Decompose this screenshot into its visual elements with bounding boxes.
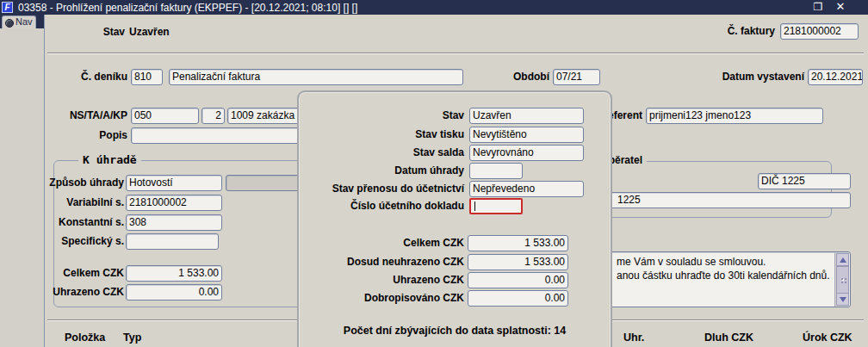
note-line-2: anou částku uhraďte do 30ti kalendářních… — [617, 269, 830, 282]
text-caret — [474, 201, 475, 211]
dialog-dobropisovano-label: Dobropisováno CZK — [301, 290, 464, 307]
c-faktury-label: Č. faktury — [680, 23, 775, 40]
variabilni-field[interactable]: 2181000002 — [126, 195, 222, 211]
note-line-1: me Vám v souladu se smlouvou. — [617, 255, 830, 269]
window-title: 03358 - Prohlížení penalizační faktury (… — [18, 1, 357, 15]
dialog-dosud-neuhrazeno-field[interactable]: 1 533.00 — [468, 254, 568, 270]
specificky-label: Specifický s. — [38, 233, 124, 250]
popis-label: Popis — [52, 127, 127, 144]
scrollbar-thumb[interactable] — [836, 266, 849, 294]
status-dialog: Stav Uzavřen Stav tisku Nevytištěno Stav… — [297, 90, 612, 347]
dialog-stav-salda-field[interactable]: Nevyrovnáno — [469, 145, 584, 161]
dialog-stav-salda-label: Stav salda — [301, 145, 464, 161]
c-deniku-label: Č. deníku — [52, 69, 127, 85]
ns-label: NS/TA/A/KP — [52, 108, 127, 124]
dialog-uhrazeno-label: Uhrazeno CZK — [301, 272, 464, 288]
tab-nav[interactable]: Nav — [2, 15, 36, 28]
note-text: me Vám v souladu se smlouvou. anou částk… — [617, 255, 830, 282]
col-header-urok: Úrok CZK — [803, 332, 852, 344]
dialog-stav-tisku-field[interactable]: Nevytištěno — [469, 127, 584, 143]
dic-field[interactable]: DIČ 1225 — [758, 173, 851, 189]
dialog-stav-prenosu-field[interactable]: Nepřevedeno — [469, 181, 584, 197]
celkem-label: Celkem CZK — [38, 265, 124, 282]
scroll-up-icon[interactable] — [836, 253, 849, 266]
dialog-cislo-dokladu-field[interactable] — [469, 198, 523, 214]
dialog-celkem-field[interactable]: 1 533.00 — [468, 235, 568, 251]
dialog-celkem-label: Celkem CZK — [301, 235, 464, 251]
ns-field-1[interactable]: 050 — [131, 108, 199, 124]
uhrazeno-label: Uhrazeno CZK — [33, 284, 124, 301]
uhrazeno-field[interactable]: 0.00 — [126, 284, 222, 301]
stav-value: Uzavřen — [129, 24, 170, 40]
nav-radio-icon — [5, 19, 14, 28]
col-header-uhr: Uhr. — [623, 332, 644, 344]
dialog-cislo-dokladu-label: Číslo účetního dokladu — [301, 198, 464, 214]
stav-label: Stav — [52, 24, 125, 40]
col-header-typ: Typ — [123, 332, 141, 344]
note-scrollbar[interactable] — [834, 253, 849, 307]
dialog-stav-field[interactable]: Uzavřen — [469, 108, 584, 124]
ns-field-2[interactable]: 2 — [202, 108, 225, 124]
dialog-dosud-neuhrazeno-label: Dosud neuhrazeno CZK — [301, 254, 464, 270]
dialog-uhrazeno-field[interactable]: 0.00 — [468, 272, 568, 288]
konstantni-label: Konstantní s. — [38, 214, 124, 231]
obdobi-field[interactable]: 07/21 — [553, 69, 600, 85]
col-header-dluh: Dluh CZK — [704, 332, 753, 344]
datum-vystaveni-label: Datum vystavení — [698, 69, 804, 85]
specificky-field[interactable] — [126, 233, 219, 250]
dialog-days-remaining-note: Počet dní zbývajících do data splatnosti… — [299, 325, 611, 337]
dialog-datum-uhrady-label: Datum úhrady — [301, 163, 464, 179]
zpusob-uhrady-field-2[interactable] — [226, 175, 301, 191]
celkem-field[interactable]: 1 533.00 — [126, 265, 222, 282]
obdobi-label: Období — [482, 69, 549, 85]
referent-field[interactable]: prijmeni123 jmeno123 — [646, 108, 823, 124]
c-deniku-name-field[interactable]: Penalizační faktura — [169, 69, 463, 85]
datum-vystaveni-field[interactable]: 20.12.2021 — [808, 69, 863, 85]
variabilni-label: Variabilní s. — [38, 195, 124, 211]
scroll-down-icon[interactable] — [836, 293, 849, 306]
nav-tab-label: Nav — [16, 16, 33, 28]
restore-window-icon[interactable]: ❐ — [809, 0, 827, 15]
top-separator — [47, 53, 864, 54]
title-bar[interactable]: F 03358 - Prohlížení penalizační faktury… — [0, 0, 868, 15]
c-faktury-field[interactable]: 2181000002 — [780, 23, 859, 40]
zpusob-uhrady-field[interactable]: Hotovostí — [126, 175, 222, 191]
dialog-stav-prenosu-label: Stav přenosu do účetnictví — [301, 181, 464, 197]
dialog-datum-uhrady-field[interactable] — [469, 163, 523, 179]
zpusob-uhrady-label: Způsob úhrady — [38, 175, 124, 191]
k-uhrade-legend: K úhradě — [78, 153, 141, 166]
app-window: F 03358 - Prohlížení penalizační faktury… — [0, 0, 868, 347]
col-header-polozka: Položka — [65, 332, 105, 344]
close-window-icon[interactable]: ✕ — [832, 0, 849, 15]
konstantni-field[interactable]: 308 — [126, 214, 222, 231]
c-deniku-field[interactable]: 810 — [131, 69, 163, 85]
app-icon: F — [2, 2, 13, 13]
dialog-stav-label: Stav — [301, 108, 464, 124]
dialog-dobropisovano-field[interactable]: 0.00 — [468, 290, 568, 307]
dialog-stav-tisku-label: Stav tisku — [301, 127, 464, 143]
